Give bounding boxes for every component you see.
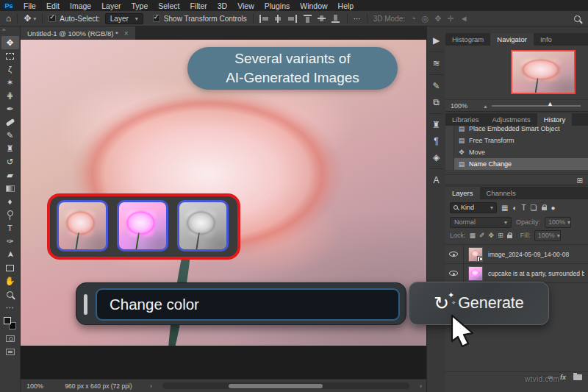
filter-kind-dropdown[interactable]: Kind ▾ [450,202,497,213]
menu-filter[interactable]: Filter [184,0,212,11]
new-document-from-state-icon[interactable]: ⊞ [577,177,583,185]
properties-panel-icon[interactable]: ≋ [427,55,446,71]
3d-camera-icon[interactable]: ◄ [460,14,468,24]
rectangle-tool[interactable] [1,261,19,274]
menu-type[interactable]: Type [126,0,153,11]
tab-navigator[interactable]: Navigator [490,33,534,46]
3d-panel-icon[interactable]: ◈ [427,149,446,165]
clone-source-panel-icon[interactable]: ⧉ [427,94,446,110]
history-item[interactable]: ✥ Move [445,146,588,158]
3d-slide-icon[interactable]: ✛ [448,14,454,24]
prompt-input[interactable] [96,288,400,321]
filter-smart-object-icon[interactable] [542,207,547,210]
path-select-tool[interactable]: ➤ [1,248,19,261]
actions-panel-icon[interactable]: ▶ [427,32,446,49]
lock-artboard-icon[interactable]: ⊞ [498,232,503,239]
gradient-tool[interactable] [1,182,19,195]
menu-edit[interactable]: Edit [41,0,65,11]
zoom-out-icon[interactable]: ▲ [483,104,488,109]
opacity-field[interactable]: 100% ▾ [545,217,571,228]
tab-adjustments[interactable]: Adjustments [485,113,537,126]
menu-file[interactable]: File [18,0,41,11]
auto-select-checkbox[interactable] [49,15,56,22]
eraser-tool[interactable]: ▰ [1,168,19,182]
move-tool[interactable]: ✥ [1,36,19,49]
marquee-tool[interactable] [1,49,19,63]
eyedropper-tool[interactable]: ✒ [1,102,19,115]
clone-stamp-tool[interactable]: ♜ [1,142,19,155]
lock-position-icon[interactable]: ✥ [489,232,495,239]
history-brush-tool[interactable]: ↺ [1,155,19,168]
status-zoom-field[interactable]: 100% [26,382,51,390]
paragraph-panel-icon[interactable]: ¶ [427,133,446,149]
layer-thumbnail[interactable] [468,266,483,281]
blend-mode-dropdown[interactable]: Normal ▾ [450,217,512,228]
quick-mask-button[interactable] [1,332,19,345]
align-middle-icon[interactable] [318,15,327,23]
3d-roll-icon[interactable]: ◎ [422,14,429,24]
visibility-eye-icon[interactable] [449,252,458,257]
navigator-zoom-slider[interactable]: ▲ [492,105,581,107]
menu-plugins[interactable]: Plugins [259,0,295,11]
menu-select[interactable]: Select [153,0,184,11]
history-item-selected[interactable]: ▤ Name Change [445,158,588,170]
filter-shape-layers-icon[interactable]: ❏ [531,204,537,212]
tab-channels[interactable]: Channels [480,187,523,199]
tab-info[interactable]: Info [534,33,559,46]
fill-field[interactable]: 100% ▾ [534,230,561,241]
layer-name[interactable]: cupcake is at a party, surrounded by flo… [488,270,584,277]
horizontal-scrollbar[interactable] [162,382,409,389]
navigator-preview[interactable] [511,50,576,94]
slider-thumb-icon[interactable]: ▲ [547,100,553,107]
menu-layer[interactable]: Layer [96,0,126,11]
filter-pixel-layers-icon[interactable]: ▦ [501,204,508,212]
home-icon[interactable]: ⌂ [6,13,11,24]
dodge-tool[interactable] [1,208,19,221]
3d-drag-icon[interactable]: ✥ [434,14,441,24]
filter-type-layers-icon[interactable]: T [522,204,526,212]
menu-view[interactable]: View [232,0,259,11]
layer-effects-icon[interactable]: fx [560,374,566,381]
navigator-zoom-value[interactable]: 100% [451,102,477,110]
tab-libraries[interactable]: Libraries [445,113,485,126]
menu-window[interactable]: Window [295,0,332,11]
more-options-icon[interactable]: ⋯ [354,15,361,23]
chevron-down-icon[interactable]: ▾ [33,15,36,22]
tab-histogram[interactable]: Histogram [445,33,490,46]
align-right-icon[interactable] [287,15,297,23]
layer-name[interactable]: image_2024-05-09_14-00-08 [488,251,584,258]
history-snapshot-slot[interactable] [445,158,454,170]
type-tool[interactable]: T [1,221,19,235]
align-top-icon[interactable] [304,15,313,23]
show-transform-checkbox[interactable] [153,15,160,22]
blur-tool[interactable]: ♦ [1,195,19,208]
brush-tool[interactable]: ✎ [1,129,19,142]
character-panel-icon[interactable]: A [427,172,446,188]
taskbar-grip-handle[interactable] [84,294,87,315]
hand-tool[interactable]: ✋ [1,274,19,288]
history-item[interactable]: ▤ Place Embedded Smart Object [445,126,588,135]
status-chevron-icon[interactable]: › [150,382,152,390]
document-tab[interactable]: Untitled-1 @ 100% (RGB/8) * × [21,26,135,40]
auto-select-dropdown[interactable]: Layer ▾ [105,13,143,24]
lock-all-icon[interactable] [507,235,512,238]
magic-wand-tool[interactable]: ✶ [1,76,19,89]
filter-toggle-icon[interactable]: ● [551,204,556,212]
menu-help[interactable]: Help [333,0,359,11]
tool-presets-panel-icon[interactable]: ♜ [427,117,446,133]
close-icon[interactable]: × [124,29,129,38]
filter-adjustment-layers-icon[interactable]: ◐ [512,204,517,212]
history-snapshot-slot[interactable] [445,146,454,158]
align-left-icon[interactable] [259,15,269,23]
lasso-tool[interactable]: ζ [1,63,19,76]
align-bottom-icon[interactable] [331,15,341,23]
screen-mode-button[interactable] [1,345,19,358]
healing-brush-tool[interactable] [1,115,19,129]
generate-button[interactable]: ↻ ✦ ✧ Generate [409,282,549,325]
tab-layers[interactable]: Layers [445,187,480,199]
edit-toolbar-button[interactable]: ⋯ [1,301,19,314]
menu-3d[interactable]: 3D [212,0,232,11]
status-chevron-icon[interactable]: › [420,382,422,390]
crop-tool[interactable]: ⋕ [1,89,19,102]
layer-row[interactable]: image_2024-05-09_14-00-08 [445,245,588,264]
